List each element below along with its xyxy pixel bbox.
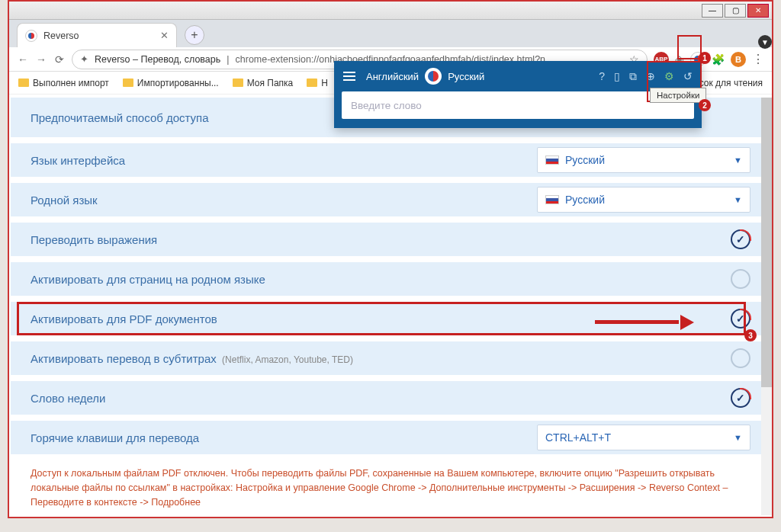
setting-label: Предпочитаемый способ доступа bbox=[31, 111, 209, 124]
settings-gear-icon[interactable]: ⚙ bbox=[664, 70, 674, 83]
new-tab-button[interactable]: + bbox=[185, 25, 204, 45]
back-button[interactable]: ← bbox=[17, 53, 29, 66]
language-pair[interactable]: Английский Русский bbox=[366, 68, 484, 85]
extensions-puzzle-icon[interactable]: 🧩 bbox=[712, 53, 725, 66]
bookmark-item[interactable]: Выполнен импорт bbox=[18, 78, 109, 88]
copy-icon[interactable]: ⧉ bbox=[629, 70, 637, 83]
popup-header: Английский Русский ? ▯ ⧉ ⊕ ⚙ ↺ bbox=[334, 61, 702, 91]
reverso-popup: Английский Русский ? ▯ ⧉ ⊕ ⚙ ↺ Введите с… bbox=[334, 61, 702, 128]
setting-label: Переводить выражения bbox=[31, 233, 157, 246]
tab-title: Reverso bbox=[43, 30, 79, 41]
download-indicator-icon[interactable]: ▼ bbox=[758, 35, 772, 49]
caret-down-icon: ▼ bbox=[734, 195, 742, 204]
bookmark-item[interactable]: Моя Папка bbox=[233, 78, 294, 88]
globe-icon[interactable]: ⊕ bbox=[646, 70, 655, 83]
titlebar: — ▢ ✕ bbox=[9, 2, 772, 20]
input-placeholder: Введите слово bbox=[351, 100, 422, 111]
setting-label: Слово недели bbox=[31, 392, 105, 405]
setting-label: Горячие клавиши для перевода bbox=[31, 431, 199, 444]
browser-tab[interactable]: Reverso ✕ bbox=[17, 23, 177, 47]
setting-label: Активировать перевод в субтитрах (Netfli… bbox=[31, 352, 353, 365]
lang-to: Русский bbox=[448, 71, 484, 82]
select-value: CTRL+ALT+T bbox=[545, 431, 611, 444]
caret-down-icon: ▼ bbox=[734, 155, 742, 165]
maximize-button[interactable]: ▢ bbox=[725, 4, 746, 18]
settings-tooltip: Настройки bbox=[650, 88, 706, 103]
site-title: Reverso – Перевод, словарь bbox=[95, 54, 220, 65]
setting-label: Активировать для PDF документов bbox=[31, 312, 217, 325]
annotation-badge-1: 1 bbox=[699, 52, 711, 64]
minimize-button[interactable]: — bbox=[702, 4, 723, 18]
bookmark-item[interactable]: Импортированны... bbox=[123, 78, 219, 88]
tab-close-icon[interactable]: ✕ bbox=[160, 30, 169, 41]
help-icon[interactable]: ? bbox=[599, 70, 605, 83]
bookmark-label: Выполнен импорт bbox=[33, 78, 109, 88]
scrollbar-track[interactable] bbox=[761, 98, 772, 515]
reverso-favicon-icon bbox=[25, 30, 37, 42]
setting-label: Язык интерфейса bbox=[31, 154, 125, 167]
menu-dots-icon[interactable]: ⋮ bbox=[752, 52, 764, 66]
lang-from: Английский bbox=[366, 71, 419, 82]
setting-toggle[interactable] bbox=[731, 229, 750, 249]
setting-select[interactable]: Русский▼ bbox=[537, 187, 750, 213]
setting-label: Активировать для страниц на родном языке bbox=[31, 273, 265, 286]
select-value: Русский bbox=[565, 154, 605, 166]
close-button[interactable]: ✕ bbox=[747, 4, 769, 18]
folder-icon bbox=[307, 79, 317, 87]
setting-select[interactable]: Русский▼ bbox=[537, 147, 750, 173]
history-clock-icon[interactable]: ↺ bbox=[683, 70, 693, 83]
bookmark-label: Моя Папка bbox=[247, 78, 294, 88]
setting-toggle[interactable] bbox=[731, 388, 750, 408]
caret-down-icon: ▼ bbox=[734, 433, 742, 442]
bookmark-item[interactable]: Н bbox=[307, 78, 328, 88]
settings-row: Активировать для страниц на родном языке bbox=[11, 262, 770, 296]
folder-icon bbox=[123, 79, 133, 87]
setting-sublabel: (Netflix, Amazon, Youtube, TED) bbox=[220, 354, 353, 365]
profile-avatar[interactable]: B bbox=[731, 52, 746, 67]
settings-row: Родной языкРусский▼ bbox=[11, 183, 770, 216]
popup-toolbar-icons: ? ▯ ⧉ ⊕ ⚙ ↺ bbox=[599, 70, 693, 83]
annotation-badge-2: 2 bbox=[699, 99, 711, 111]
annotation-badge-3: 3 bbox=[744, 329, 757, 341]
tab-strip: Reverso ✕ + bbox=[9, 20, 772, 47]
settings-row: Язык интерфейсаРусский▼ bbox=[11, 143, 770, 177]
document-icon[interactable]: ▯ bbox=[614, 70, 620, 83]
forward-button[interactable]: → bbox=[35, 53, 47, 66]
setting-select[interactable]: CTRL+ALT+T▼ bbox=[537, 425, 750, 450]
bookmark-label: Импортированны... bbox=[137, 78, 219, 88]
settings-row: Горячие клавиши для переводаCTRL+ALT+T▼ bbox=[11, 421, 770, 454]
setting-label: Родной язык bbox=[31, 194, 98, 207]
settings-row: Переводить выражения bbox=[11, 223, 770, 256]
hamburger-icon[interactable] bbox=[343, 72, 355, 81]
reading-list-label: исок для чтения bbox=[694, 78, 763, 88]
flag-ru-icon bbox=[545, 195, 559, 204]
select-value: Русский bbox=[565, 194, 605, 206]
extension-icon: ✦ bbox=[80, 53, 88, 65]
setting-toggle[interactable] bbox=[731, 348, 750, 368]
setting-toggle[interactable] bbox=[731, 269, 750, 289]
flag-ru-icon bbox=[545, 155, 559, 165]
folder-icon bbox=[233, 79, 243, 87]
page-content: Предпочитаемый способ доступа▼Язык интер… bbox=[11, 98, 770, 515]
swap-languages-icon[interactable] bbox=[425, 68, 442, 85]
bookmark-label: Н bbox=[321, 78, 328, 88]
translate-input[interactable]: Введите слово bbox=[342, 91, 694, 119]
setting-toggle[interactable] bbox=[731, 309, 750, 328]
settings-row: Активировать перевод в субтитрах (Netfli… bbox=[11, 341, 770, 375]
settings-row: Слово недели bbox=[11, 381, 770, 415]
scrollbar-thumb[interactable] bbox=[761, 98, 772, 387]
pdf-warning-text: Доступ к локальным файлам PDF отключен. … bbox=[11, 460, 770, 515]
settings-row: Активировать для PDF документов bbox=[11, 302, 770, 335]
folder-icon bbox=[18, 79, 29, 87]
reload-button[interactable]: ⟳ bbox=[53, 53, 66, 66]
